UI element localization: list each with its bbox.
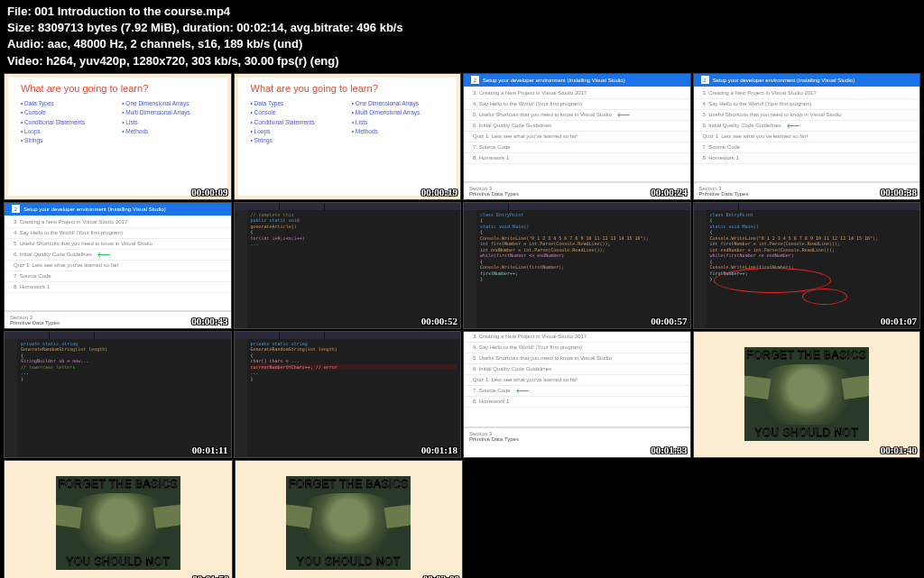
timestamp: 00:00:09 [191, 187, 227, 197]
timestamp: 00:00:43 [191, 316, 227, 326]
meme-top-text: FORGET THE BASICS [746, 347, 866, 363]
arrow-icon: ⟵ [97, 250, 110, 260]
thumbnail[interactable]: 2Setup your developer environment (Insta… [463, 73, 691, 200]
audio-label: Audio: [7, 37, 44, 50]
arrow-icon: ⟵ [787, 121, 799, 131]
timestamp: 00:02:00 [423, 573, 459, 578]
thumbnail[interactable]: FORGET THE BASICSYOU SHOULD NOT 00:01:40 [693, 331, 921, 458]
timestamp: 00:00:57 [651, 316, 687, 326]
timestamp: 00:00:19 [421, 187, 457, 197]
code-editor: // complete this public static voidgener… [247, 210, 461, 328]
thumbnail[interactable]: private static stringGenerateRandomStrin… [4, 331, 232, 458]
code-editor: private static stringGenerateRandomStrin… [17, 339, 231, 457]
grid-row: What are you going to learn? • Data Type… [4, 73, 920, 200]
bitrate-label: avg.bitrate: [291, 21, 354, 34]
empty-slot [694, 460, 921, 578]
size-label: Size: [7, 21, 34, 34]
thumbnail[interactable]: What are you going to learn? • Data Type… [4, 73, 232, 200]
timestamp: 00:01:50 [192, 573, 228, 578]
thumbnail[interactable]: FORGET THE BASICSYOU SHOULD NOT 00:01:50 [4, 460, 233, 578]
slide-col1: • Data Types• Console• Conditional State… [21, 99, 118, 146]
video-label: Video: [7, 54, 43, 68]
thumbnail[interactable]: class EntryPoint{ static void Main() { C… [463, 202, 691, 329]
timestamp: 00:00:24 [651, 187, 687, 197]
thumbnail[interactable]: 3. Creating a New Project in Visual Stud… [463, 331, 691, 458]
thumbnail[interactable]: What are you going to learn? • Data Type… [234, 73, 462, 200]
slide-title: What are you going to learn? [21, 83, 220, 94]
thumbnail[interactable]: 2Setup your developer environment (Insta… [693, 73, 921, 200]
duration-label: duration: [182, 21, 233, 34]
size-value: 8309713 bytes (7.92 MiB), [38, 21, 180, 34]
timestamp: 00:01:18 [421, 445, 457, 455]
timestamp: 00:01:07 [881, 316, 917, 326]
yoda-image [754, 364, 859, 425]
thumbnail[interactable]: FORGET THE BASICSYOU SHOULD NOT 00:02:00 [235, 460, 464, 578]
file-label: File: [7, 5, 32, 18]
arrow-icon: ⟵ [516, 386, 529, 396]
meme-bottom-text: YOU SHOULD NOT [754, 425, 858, 441]
timestamp: 00:01:33 [651, 445, 687, 455]
duration-value: 00:02:14, [236, 21, 287, 34]
thumbnail[interactable]: private static stringGenerateRandomStrin… [234, 331, 462, 458]
yoda-image [296, 493, 401, 554]
slide-col2: • One Dimensional Arrays• Multi Dimensio… [122, 99, 219, 146]
thumbnail[interactable]: class EntryPoint{ static void Main() { C… [693, 202, 921, 329]
timestamp: 00:01:40 [881, 445, 917, 455]
empty-slot [465, 460, 692, 578]
audio-value: aac, 48000 Hz, 2 channels, s16, 189 kb/s… [48, 37, 303, 50]
timestamp: 00:01:11 [192, 445, 228, 455]
code-editor: private static stringGenerateRandomStrin… [247, 339, 461, 457]
timestamp: 00:00:38 [881, 187, 917, 197]
arrow-icon: ⟵ [617, 110, 630, 120]
code-editor: class EntryPoint{ static void Main() { C… [707, 210, 920, 328]
yoda-image [66, 493, 171, 554]
annotation-circle [802, 289, 847, 305]
section-header: 2Setup your developer environment (Insta… [464, 74, 690, 87]
file-value: 001 Introduction to the course.mp4 [34, 5, 230, 18]
thumbnail[interactable]: 2Setup your developer environment (Insta… [4, 202, 232, 329]
video-value: h264, yuv420p, 1280x720, 303 kb/s, 30.00… [46, 54, 338, 68]
bitrate-value: 496 kb/s [356, 21, 402, 34]
media-info-header: File: 001 Introduction to the course.mp4… [0, 0, 924, 71]
timestamp: 00:00:52 [421, 316, 457, 326]
code-editor: class EntryPoint{ static void Main() { C… [476, 210, 690, 328]
thumbnail[interactable]: // complete this public static voidgener… [234, 202, 462, 329]
thumbnail-grid: What are you going to learn? • Data Type… [0, 71, 924, 578]
